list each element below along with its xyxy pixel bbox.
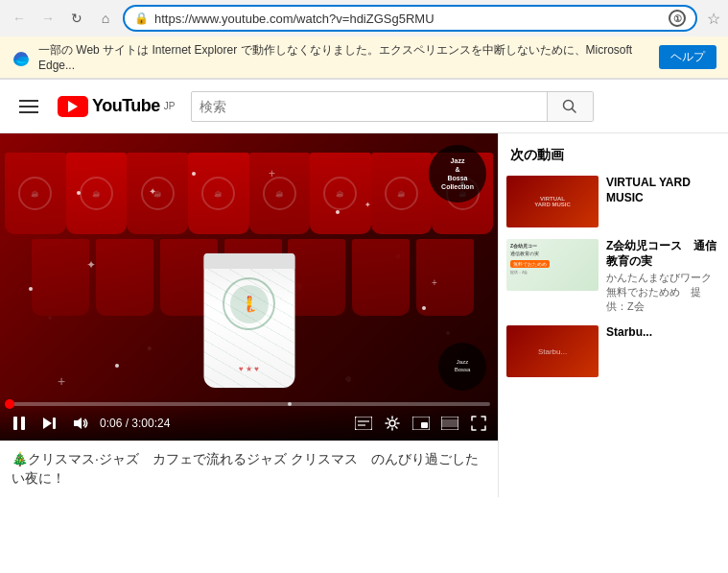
- cup-item-bg: [416, 239, 474, 316]
- browser-toolbar: ← → ↻ ⌂ 🔒 https://www.youtube.com/watch?…: [0, 0, 728, 36]
- center-white-cup: 🧜 ♥ ★ ♥: [203, 253, 294, 388]
- jazz-badge: Jazz & Bossa Collection: [429, 145, 486, 203]
- right-controls: [352, 412, 490, 435]
- browser-chrome: ← → ↻ ⌂ 🔒 https://www.youtube.com/watch?…: [0, 0, 728, 80]
- refresh-button[interactable]: ↻: [65, 7, 88, 30]
- sparkle-3: [336, 210, 340, 214]
- info-bar: 一部の Web サイトは Internet Explorer で動作しなくなりま…: [0, 36, 728, 79]
- cup-item: ☕: [310, 153, 371, 234]
- controls-row: 0:06 / 3:00:24: [8, 412, 490, 435]
- sparkle-cross-2: ✦: [86, 258, 96, 272]
- hamburger-menu-button[interactable]: [15, 96, 42, 117]
- sidebar-item[interactable]: VIRTUALYARD MUSIC VIRTUAL YARD MUSIC: [499, 170, 728, 233]
- svg-rect-4: [21, 417, 25, 430]
- cup-item: ☕: [66, 153, 128, 234]
- jazz-badge-text-line1: Jazz: [451, 156, 465, 165]
- video-player[interactable]: ☕ ☕ ☕ ☕: [0, 133, 498, 441]
- cup-item-bg: [352, 239, 410, 316]
- cup-logo-inner: 🧜: [230, 285, 269, 323]
- home-button[interactable]: ⌂: [94, 7, 117, 30]
- fullscreen-button[interactable]: [467, 412, 490, 435]
- miniplayer-button[interactable]: [410, 412, 433, 435]
- video-title: 🎄クリスマス·ジャズ カフェで流れるジャズ クリスマス のんびり過ごしたい夜に！: [12, 450, 486, 488]
- sidebar-item-channel-2: かんたんまなびワーク: [606, 271, 720, 285]
- help-button[interactable]: ヘルプ: [659, 45, 716, 69]
- settings-button[interactable]: [381, 412, 404, 435]
- sidebar-item-3[interactable]: Starbu... Starbu...: [499, 320, 728, 383]
- subtitles-icon: [355, 417, 372, 430]
- youtube-wordmark: YouTube: [92, 96, 160, 116]
- cup-holiday-deco: ♥ ★ ♥: [203, 365, 294, 373]
- main-layout: ☕ ☕ ☕ ☕: [0, 133, 728, 497]
- sidebar-thumbnail-3: Starbu...: [506, 325, 599, 377]
- sparkle-cross-7: +: [432, 277, 437, 288]
- progress-dot: [5, 399, 14, 409]
- forward-button[interactable]: →: [36, 7, 59, 30]
- sparkle-cross-1: ✦: [149, 186, 156, 197]
- info-bar-text: 一部の Web サイトは Internet Explorer で動作しなくなりま…: [38, 42, 651, 72]
- sparkle-9: [422, 306, 426, 310]
- pause-button[interactable]: [8, 412, 31, 435]
- cup-logo-emoji: 🧜: [240, 295, 259, 313]
- cup-logo-ring: 🧜: [223, 277, 275, 330]
- theater-icon: [441, 417, 458, 430]
- next-button[interactable]: [38, 412, 61, 435]
- svg-line-2: [573, 108, 576, 112]
- cup-item: ☕: [5, 153, 66, 234]
- cup-logo-text: ☕: [397, 190, 406, 198]
- subtitles-button[interactable]: [352, 412, 375, 435]
- sidebar-item-views-2: 無料でおためめ 提供：Z会: [606, 285, 720, 314]
- cup-logo-circle: ☕: [201, 177, 235, 210]
- youtube-logo[interactable]: YouTube JP: [58, 96, 176, 117]
- svg-marker-5: [43, 418, 52, 429]
- bottom-badge-text-line1: Jazz: [457, 359, 468, 367]
- cup-item: ☕: [188, 153, 249, 234]
- thumb-sub-text: 通信教育の実: [510, 251, 539, 256]
- video-description: 🎄クリスマス·ジャズ カフェで流れるジャズ クリスマス のんびり過ごしたい夜に！: [0, 441, 498, 497]
- back-button[interactable]: ←: [8, 7, 31, 30]
- youtube-jp-label: JP: [164, 101, 176, 111]
- pause-icon: [11, 415, 28, 432]
- sidebar-title: 次の動画: [499, 141, 728, 170]
- youtube-icon: [58, 96, 88, 117]
- progress-bar[interactable]: [8, 402, 490, 406]
- cup-item: ☕: [371, 153, 433, 234]
- sidebar-item-meta-3: Starbu...: [606, 325, 720, 377]
- sparkle-cross-5: +: [58, 373, 65, 389]
- sidebar-item-meta-1: VIRTUAL YARD MUSIC: [606, 176, 720, 227]
- volume-button[interactable]: [69, 412, 92, 435]
- info-circle-button[interactable]: ①: [669, 10, 686, 27]
- jazz-badge-text-line3: Bossa: [447, 174, 467, 182]
- cup-logo-circle: ☕: [80, 177, 113, 210]
- sparkle-cross-3: ✦: [364, 201, 371, 209]
- sidebar: 次の動画 VIRTUALYARD MUSIC VIRTUAL YARD MUSI…: [498, 133, 728, 497]
- edge-logo-icon: [12, 48, 31, 67]
- sparkle-8: [115, 364, 119, 368]
- cup-lid: [203, 253, 294, 269]
- jazz-badge-text-line2: &: [455, 165, 459, 174]
- bottom-badge-text-line2: Bossa: [455, 367, 471, 374]
- thumb-badge-text: Z会幼児コー: [510, 243, 537, 249]
- settings-icon: [385, 416, 400, 431]
- search-input[interactable]: [192, 95, 547, 118]
- controls-bar: 0:06 / 3:00:24: [0, 398, 498, 441]
- search-button[interactable]: [547, 91, 593, 122]
- address-bar[interactable]: 🔒 https://www.youtube.com/watch?v=hdiZGS…: [123, 5, 697, 32]
- cup-logo-text: ☕: [214, 190, 223, 198]
- svg-rect-3: [13, 417, 17, 430]
- svg-marker-7: [74, 418, 82, 429]
- sparkle-cross-6: +: [269, 167, 275, 180]
- video-area: ☕ ☕ ☕ ☕: [0, 133, 498, 497]
- sparkle-6: [29, 287, 33, 291]
- svg-rect-15: [441, 419, 458, 427]
- jazz-badge-text-line4: Collection: [441, 182, 474, 191]
- hamburger-line-2: [19, 106, 38, 107]
- sidebar-item-title-3: Starbu...: [606, 325, 720, 341]
- hamburger-line-3: [19, 111, 38, 113]
- svg-rect-6: [53, 418, 56, 429]
- theater-mode-button[interactable]: [438, 412, 461, 435]
- svg-rect-13: [421, 422, 428, 428]
- bookmark-star-icon[interactable]: ☆: [707, 10, 720, 28]
- sidebar-item-title-1: VIRTUAL YARD MUSIC: [606, 176, 720, 205]
- sidebar-item-2[interactable]: Z会幼児コー 通信教育の実 無料でおためめ 提供：Z会 Z会幼児コース 通信教育…: [499, 233, 728, 320]
